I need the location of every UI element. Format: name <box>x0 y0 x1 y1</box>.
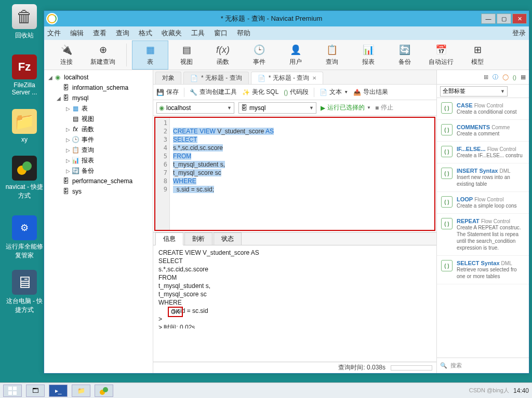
snippet-item[interactable]: ( )SELECT Syntax DMLRetrieve rows select… <box>437 256 529 284</box>
database-icon: 🗄 <box>62 94 70 102</box>
database-dropdown[interactable]: 🗄mysql▼ <box>238 102 316 114</box>
tool-autorun[interactable]: 📅自动运行 <box>423 40 459 70</box>
message-pane[interactable]: CREATE VIEW V_student_score AS SELECT s.… <box>153 245 436 328</box>
minimize-button[interactable]: — <box>481 13 496 24</box>
app-logo-icon <box>46 13 58 24</box>
tool-backup[interactable]: 🔄备份 <box>387 40 423 70</box>
tool-view[interactable]: ▤视图 <box>168 40 205 70</box>
run-selected-button[interactable]: ▶运行已选择的▼ <box>321 103 371 112</box>
line-gutter: 123456789 <box>155 118 170 230</box>
taskbar-clock[interactable]: 14:40 <box>513 387 529 394</box>
result-tab-status[interactable]: 状态 <box>214 232 242 245</box>
svg-rect-2 <box>8 387 12 390</box>
query-icon: 📋 <box>325 43 339 57</box>
tree-db-mysql[interactable]: ◢🗄mysql <box>44 93 153 103</box>
panel-info-icon[interactable]: ⓘ <box>493 73 498 81</box>
menu-file[interactable]: 文件 <box>47 29 61 38</box>
tool-function[interactable]: f(x)函数 <box>205 40 241 70</box>
tree-connection-localhost[interactable]: ◢◉localhost <box>44 72 153 83</box>
tree-queries[interactable]: ▷📋查询 <box>44 145 153 155</box>
desktop-runtime-fixer[interactable]: ⚙运行库全能修复管家 <box>5 215 44 260</box>
tab-query-2[interactable]: 📄* 无标题 - 查询✕ <box>251 72 324 84</box>
taskbar[interactable]: 🗔 ▸_ 📁 CSDN @bing人 14:40 <box>0 382 532 398</box>
connection-tree[interactable]: ◢◉localhost 🗄information_schema ◢🗄mysql … <box>44 70 153 373</box>
snippet-search[interactable]: 🔍搜索 <box>437 358 529 373</box>
start-button[interactable] <box>3 385 22 397</box>
snippet-item[interactable]: ( )INSERT Syntax DMLInsert new rows into… <box>437 163 529 192</box>
tool-new-query[interactable]: ⊕新建查询 <box>85 40 121 70</box>
result-tab-info[interactable]: 信息 <box>155 232 183 245</box>
maximize-button[interactable]: ▢ <box>497 13 511 24</box>
tool-connect[interactable]: 🔌连接 <box>48 40 85 70</box>
brackets-icon: ( ) <box>441 260 453 271</box>
brackets-icon: ( ) <box>441 168 453 179</box>
menu-window[interactable]: 窗口 <box>214 29 228 38</box>
desktop-this-pc[interactable]: 🖥这台电脑 - 快捷方式 <box>5 270 44 314</box>
taskbar-powershell[interactable]: ▸_ <box>49 385 68 397</box>
desktop-filezilla[interactable]: FzFileZilla Server ... <box>5 54 44 96</box>
menu-help[interactable]: 帮助 <box>237 29 250 38</box>
taskbar-server-manager[interactable]: 🗔 <box>26 385 45 397</box>
snippet-item[interactable]: ( )REPEAT Flow ControlCreate A REPEAT co… <box>437 214 529 256</box>
menu-format[interactable]: 格式 <box>139 29 152 38</box>
query-tab-icon: 📄 <box>258 75 265 82</box>
tree-tables[interactable]: ▷▦表 <box>44 103 153 114</box>
text-button[interactable]: 📄文本▼ <box>320 88 348 97</box>
tree-functions[interactable]: ▷fx函数 <box>44 124 153 134</box>
code-snippet-button[interactable]: ()代码段 <box>284 88 309 97</box>
tree-events[interactable]: ▷🕒事件 <box>44 134 153 145</box>
desktop-recycle-bin[interactable]: 🗑回收站 <box>5 4 44 40</box>
menu-tools[interactable]: 工具 <box>191 29 205 38</box>
menu-favorites[interactable]: 收藏夹 <box>162 29 182 38</box>
desktop-folder-xy[interactable]: 📁xy <box>5 109 44 143</box>
stop-button[interactable]: ■停止 <box>375 103 393 112</box>
menu-login[interactable]: 登录 <box>512 29 526 38</box>
tab-query-1[interactable]: 📄* 无标题 - 查询 <box>183 72 249 84</box>
export-results-button[interactable]: 📤导出结果 <box>353 88 388 97</box>
panel-obj-icon[interactable]: ⊞ <box>484 74 488 80</box>
tool-query[interactable]: 📋查询 <box>314 40 350 70</box>
desktop-navicat-shortcut[interactable]: navicat - 快捷方式 <box>5 156 44 200</box>
search-icon: 🔍 <box>440 362 447 369</box>
tool-user[interactable]: 👤用户 <box>277 40 314 70</box>
tool-table[interactable]: ▦表 <box>132 40 168 70</box>
svg-rect-5 <box>13 391 17 395</box>
menu-edit[interactable]: 编辑 <box>70 29 84 38</box>
snippet-item[interactable]: ( )LOOP Flow ControlCreate a simple loop… <box>437 192 529 214</box>
menu-view[interactable]: 查看 <box>93 29 107 38</box>
close-tab-icon[interactable]: ✕ <box>312 75 316 81</box>
tree-db-performance-schema[interactable]: 🗄performance_schema <box>44 176 153 186</box>
tree-db-sys[interactable]: 🗄sys <box>44 186 153 197</box>
query-builder-button[interactable]: 🔧查询创建工具 <box>190 88 237 97</box>
navicat-window: * 无标题 - 查询 - Navicat Premium — ▢ ✕ 文件 编辑… <box>44 10 529 374</box>
taskbar-explorer[interactable]: 📁 <box>72 385 90 397</box>
snippet-item[interactable]: ( )IF...ELSE... Flow ControlCreate a IF.… <box>437 142 529 163</box>
tool-report[interactable]: 📊报表 <box>350 40 387 70</box>
save-button[interactable]: 💾保存 <box>156 88 179 97</box>
beautify-sql-button[interactable]: ✨美化 SQL <box>242 88 278 97</box>
query-icon: 📋 <box>71 146 79 154</box>
menu-query[interactable]: 查询 <box>116 29 129 38</box>
tool-model[interactable]: ⊞模型 <box>459 40 496 70</box>
titlebar[interactable]: * 无标题 - 查询 - Navicat Premium — ▢ ✕ <box>44 11 529 26</box>
connection-dropdown[interactable]: ◉localhost▼ <box>156 102 234 114</box>
tree-backups[interactable]: ▷🔄备份 <box>44 166 153 176</box>
report-icon: 📊 <box>362 43 375 57</box>
tool-event[interactable]: 🕒事件 <box>241 40 277 70</box>
snippet-item[interactable]: ( )COMMENTS CommeCreate a comment <box>437 120 529 142</box>
tab-objects[interactable]: 对象 <box>155 72 181 84</box>
result-tab-analyze[interactable]: 剖析 <box>184 232 212 245</box>
sql-editor[interactable]: 123456789 CREATE VIEW V_student_score AS… <box>155 118 434 230</box>
magic-icon: ✨ <box>242 89 250 96</box>
close-button[interactable]: ✕ <box>512 13 527 24</box>
table-icon: ▦ <box>71 105 79 112</box>
panel-snippet-icon[interactable]: () <box>513 74 516 80</box>
tree-views[interactable]: ▤视图 <box>44 114 153 124</box>
tree-db-information-schema[interactable]: 🗄information_schema <box>44 83 153 93</box>
panel-list-icon[interactable]: ▦ <box>521 74 526 80</box>
tag-filter-dropdown[interactable]: 全部标签▼ <box>440 86 508 97</box>
tree-reports[interactable]: ▷📊报表 <box>44 155 153 166</box>
taskbar-navicat[interactable] <box>95 385 113 397</box>
panel-activity-icon[interactable]: ◯ <box>502 74 509 80</box>
snippet-item[interactable]: ( )CASE Flow ControlCreate a conditional… <box>437 98 529 120</box>
